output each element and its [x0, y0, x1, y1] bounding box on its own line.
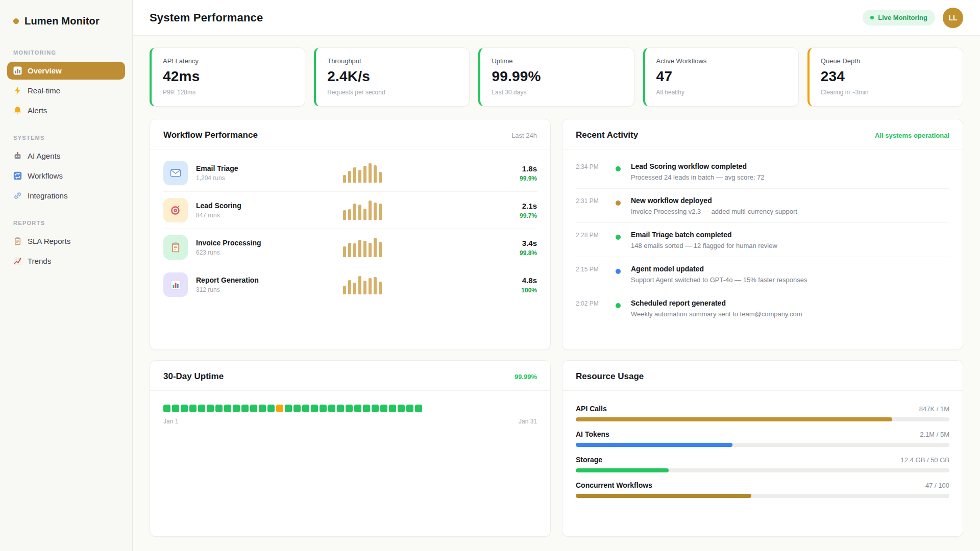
sidebar-item-real-time[interactable]: Real-time [7, 82, 125, 99]
uptime-day-block [189, 405, 197, 412]
workflow-row-lead-scoring[interactable]: Lead Scoring 847 runs 2.1s 99.7% [163, 192, 537, 229]
activity-title: Email Triage batch completed [631, 231, 777, 239]
workflow-row-invoice-processing[interactable]: Invoice Processing 623 runs 3.4s 99.8% [163, 229, 537, 266]
resource-value: 847K / 1M [919, 405, 949, 413]
brand: Lumen Monitor [7, 15, 125, 27]
progress-track [576, 443, 949, 447]
resource-value: 2.1M / 5M [920, 431, 949, 438]
workflow-sparkline [343, 238, 390, 257]
workflow-success-rate: 99.9% [520, 175, 537, 182]
progress-fill [576, 468, 669, 472]
workflow-runs: 847 runs [196, 212, 335, 219]
kpi-card-queue-depth: Queue Depth 234 Clearing in ~3min [807, 47, 963, 107]
robot-icon [13, 152, 22, 160]
bell-icon [13, 106, 22, 115]
uptime-end-label: Jan 31 [519, 418, 537, 425]
uptime-day-block [207, 405, 214, 412]
sidebar-item-trends[interactable]: Trends [7, 252, 125, 270]
workflow-row-email-triage[interactable]: Email Triage 1,204 runs 1.8s 99.9% [163, 155, 537, 192]
kpi-label: Active Workflows [656, 57, 787, 65]
kpi-card-api-latency: API Latency 42ms P99: 128ms [150, 47, 305, 107]
main-area: System Performance Live Monitoring LL AP… [133, 0, 980, 551]
uptime-day-block [372, 405, 379, 412]
uptime-day-block [346, 405, 353, 412]
uptime-day-block [293, 405, 301, 412]
activity-desc: Invoice Processing v2.3 — added multi-cu… [631, 208, 797, 215]
trend-icon [13, 257, 22, 265]
uptime-day-block [181, 405, 188, 412]
kpi-sub: Clearing in ~3min [821, 89, 951, 96]
workflow-name: Report Generation [196, 276, 335, 284]
kpi-label: API Latency [163, 57, 293, 65]
sidebar-item-workflows[interactable]: Workflows [7, 167, 125, 185]
resource-label: API Calls [576, 405, 607, 413]
uptime-day-block [198, 405, 205, 412]
activity-title: New workflow deployed [631, 196, 797, 205]
cycle-icon [13, 171, 22, 180]
kpi-value: 99.99% [492, 68, 622, 85]
sidebar-item-integrations[interactable]: Integrations [7, 187, 125, 205]
resource-ai-tokens: AI Tokens 2.1M / 5M [576, 430, 949, 447]
activity-item: 2:31 PM New workflow deployed Invoice Pr… [576, 189, 949, 223]
resource-api-calls: API Calls 847K / 1M [576, 405, 949, 421]
resource-value: 12.4 GB / 50 GB [901, 456, 949, 464]
workflow-success-rate: 99.7% [520, 212, 537, 219]
workflow-row-report-generation[interactable]: Report Generation 312 runs 4.8s 100% [163, 266, 537, 303]
workflow-name: Lead Scoring [196, 202, 335, 210]
resource-label: Storage [576, 456, 602, 464]
chart-icon [163, 272, 188, 297]
activity-item: 2:34 PM Lead Scoring workflow completed … [576, 155, 949, 189]
kpi-value: 234 [821, 68, 951, 85]
sidebar-item-label: Overview [28, 66, 62, 75]
activity-time: 2:15 PM [576, 265, 616, 284]
activity-title: Scheduled report generated [631, 299, 802, 307]
uptime-day-block [328, 405, 335, 412]
uptime-day-block [415, 405, 422, 412]
sidebar-item-overview[interactable]: Overview [7, 62, 125, 80]
activity-desc: 148 emails sorted — 12 flagged for human… [631, 242, 777, 249]
activity-time: 2:34 PM [576, 162, 616, 181]
status-dot-icon [616, 303, 621, 308]
uptime-day-block [241, 405, 249, 412]
workflow-sparkline [343, 163, 390, 183]
email-icon [163, 161, 188, 185]
sidebar-item-label: AI Agents [28, 152, 60, 160]
workflow-success-rate: 99.8% [520, 249, 537, 257]
workflow-sparkline [343, 201, 390, 220]
kpi-sub: P99: 128ms [163, 89, 293, 96]
workflow-name: Invoice Processing [196, 239, 335, 247]
uptime-day-block [354, 405, 361, 412]
kpi-sub: Requests per second [327, 89, 458, 96]
activity-time: 2:28 PM [576, 231, 616, 249]
activity-desc: Weekly automation summary sent to team@c… [631, 310, 802, 318]
target-icon [163, 198, 188, 222]
uptime-day-block [337, 405, 344, 412]
avatar[interactable]: LL [943, 8, 963, 28]
uptime-day-block [163, 405, 170, 412]
status-dot-icon [616, 201, 621, 206]
sidebar-item-label: Alerts [28, 106, 47, 115]
uptime-day-block [311, 405, 318, 412]
sidebar-item-label: Workflows [28, 171, 63, 180]
resource-label: Concurrent Workflows [576, 481, 652, 489]
middle-panel-row: Workflow Performance Last 24h Email Tria… [150, 119, 963, 350]
sidebar-item-alerts[interactable]: Alerts [7, 102, 125, 119]
resource-value: 47 / 100 [925, 482, 949, 489]
workflow-time: 2.1s [522, 202, 537, 210]
lightning-icon [13, 86, 22, 95]
status-dot-icon [616, 235, 621, 240]
sidebar: Lumen Monitor MONITORING Overview Real-t… [0, 0, 133, 551]
systems-status-label: All systems operational [875, 132, 949, 139]
workflow-time: 3.4s [522, 239, 537, 247]
sidebar-item-ai-agents[interactable]: AI Agents [7, 147, 125, 165]
kpi-label: Queue Depth [821, 57, 951, 65]
sidebar-item-sla-reports[interactable]: SLA Reports [7, 232, 125, 250]
resource-storage: Storage 12.4 GB / 50 GB [576, 456, 949, 472]
kpi-value: 2.4K/s [327, 68, 458, 85]
workflow-runs: 623 runs [196, 249, 335, 256]
sidebar-item-label: Trends [28, 257, 51, 265]
workflow-name: Email Triage [196, 164, 335, 172]
uptime-start-label: Jan 1 [163, 418, 178, 425]
uptime-day-block [215, 405, 223, 412]
kpi-sub: Last 30 days [492, 89, 622, 96]
